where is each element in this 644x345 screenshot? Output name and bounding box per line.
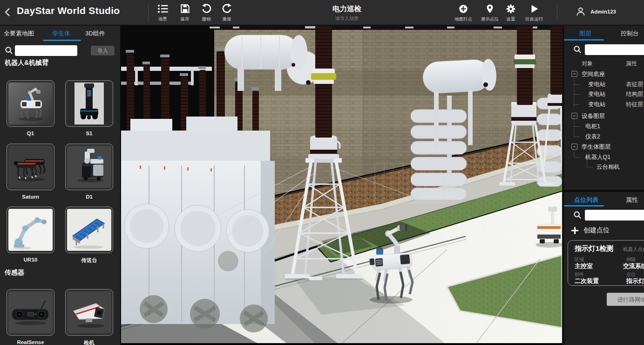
tab-layers[interactable]: 图层 (579, 29, 591, 38)
tool-label: 撤销 (195, 16, 217, 22)
asset-name: S1 (65, 131, 113, 136)
search-icon (573, 211, 582, 219)
scene-button[interactable]: 场景 (151, 1, 174, 24)
tree-group-twin-layer[interactable]: 孪生体图层 (582, 143, 611, 151)
tree-group-space-base[interactable]: 空间底座 (582, 70, 605, 78)
collapse-icon[interactable] (571, 71, 577, 77)
tree-item-substation[interactable]: 变电站 (588, 101, 606, 109)
project-info: 电力巡检 请导入场景 (284, 0, 410, 25)
map-mark-button[interactable]: 地图打点 (450, 1, 476, 24)
tree-connector (574, 137, 579, 137)
asset-name: RealSense (7, 339, 54, 345)
tree-connector (574, 84, 579, 85)
gear-icon (506, 4, 516, 14)
tool-label: 保存 (174, 16, 196, 22)
tree-item-substation[interactable]: 变电站 (588, 81, 606, 89)
tree-item-attr: 特征层 (626, 101, 644, 109)
tree-connector (574, 104, 579, 105)
asset-thumbnail (65, 80, 113, 127)
project-title: 电力巡检 (284, 4, 410, 14)
asset-thumbnail (7, 207, 54, 253)
collapse-icon[interactable] (571, 144, 577, 150)
section-title-sensors: 传感器 (5, 269, 24, 277)
undo-button[interactable]: 撤销 (195, 1, 217, 24)
app-title: DayStar World Studio (17, 5, 120, 16)
viewport-3d[interactable] (121, 26, 562, 345)
point-card[interactable]: 指示灯1检测 机器人点位 区域 主控室 间隔 交流系统 部件 二次装置 点位 指… (568, 240, 644, 286)
undo-icon (201, 3, 212, 14)
tree-group-device-layer[interactable]: 设备图层 (582, 112, 605, 120)
asset-name: UR10 (7, 257, 54, 262)
run-simulation-button[interactable]: 仿真运行 (521, 1, 547, 24)
asset-card-ur10[interactable]: UR10 (7, 207, 54, 262)
tree-item-meter2[interactable]: 仪表2 (585, 133, 600, 141)
tree-connector (574, 94, 579, 95)
field-value-bay: 交流系统 (623, 262, 644, 270)
tree-item-cabinet1[interactable]: 电柜1 (585, 123, 600, 131)
asset-card-gun-camera[interactable]: 枪机 (65, 289, 113, 345)
plus-icon[interactable] (571, 227, 578, 234)
tab-point-list[interactable]: 点位列表 (574, 196, 598, 204)
asset-thumbnail (7, 289, 54, 336)
tree-connector (574, 126, 579, 127)
asset-thumbnail (7, 80, 54, 127)
import-button[interactable]: 导入 (91, 46, 115, 55)
user-account[interactable]: Admin123 (576, 6, 641, 20)
tree-connector (574, 78, 574, 107)
tool-label: 重做 (216, 16, 238, 22)
save-button[interactable]: 保存 (174, 1, 196, 24)
tree-item-ptz-camera[interactable]: 云台相机 (597, 163, 620, 171)
asset-thumbnail (7, 144, 54, 190)
point-card-type: 机器人点位 (623, 246, 644, 253)
tab-full-map[interactable]: 全要素地图 (4, 29, 34, 38)
tab-3d-components[interactable]: 3D组件 (85, 29, 105, 38)
settings-button[interactable]: 设置 (498, 1, 524, 24)
asset-card-realsense[interactable]: RealSense (7, 289, 54, 345)
column-header-attribute: 属性 (626, 60, 637, 68)
layer-search-input[interactable] (585, 44, 644, 55)
tree-item-attr: 结构层 (626, 90, 644, 98)
tree-item-robot-q1[interactable]: 机器人Q1 (585, 153, 610, 161)
asset-name: Saturn (7, 194, 54, 200)
asset-thumbnail (65, 144, 113, 190)
redo-icon (222, 3, 232, 14)
substation-scene (121, 26, 562, 345)
search-icon (5, 46, 13, 55)
play-icon (529, 4, 539, 14)
divider (557, 3, 557, 22)
action-label: 地图打点 (450, 16, 476, 22)
divider (148, 3, 149, 22)
tree-connector (574, 119, 574, 137)
asset-search-input[interactable] (15, 45, 77, 56)
asset-card-d1[interactable]: D1 (65, 144, 113, 200)
asset-panel: 全要素地图 孪生体 3D组件 导入 机器人&机械臂 Q1 (0, 26, 121, 345)
inspector-panel: 图层 控制台 对象 属性 空间底座 变电站 表征层 变电站 结构层 变电站 特征… (563, 26, 644, 345)
field-value-area: 主控室 (575, 262, 593, 270)
active-tab-underline (564, 205, 604, 207)
tool-label: 场景 (151, 16, 174, 22)
redo-button[interactable]: 重做 (216, 1, 238, 24)
tab-digital-twin[interactable]: 孪生体 (52, 29, 70, 38)
asset-card-saturn[interactable]: Saturn (7, 144, 54, 200)
tree-connector (574, 157, 579, 158)
back-icon[interactable] (4, 7, 11, 17)
action-label: 仿真运行 (521, 16, 547, 22)
map-mark-icon (458, 4, 468, 14)
asset-card-s1[interactable]: S1 (65, 80, 113, 136)
search-icon (573, 45, 582, 54)
asset-card-q1[interactable]: Q1 (7, 80, 54, 136)
road-network-edit-button[interactable]: 进行路网编辑 (607, 293, 644, 306)
point-search-input[interactable] (585, 210, 644, 221)
collapse-icon[interactable] (571, 113, 577, 119)
field-value-part: 二次装置 (575, 277, 599, 285)
tree-item-substation[interactable]: 变电站 (588, 90, 606, 98)
asset-thumbnail (65, 207, 113, 253)
tab-console[interactable]: 控制台 (621, 29, 639, 38)
column-header-object: 对象 (582, 60, 593, 68)
top-bar: DayStar World Studio 场景 保存 撤销 重做 (0, 0, 644, 26)
active-tab-underline (564, 39, 604, 41)
tab-properties[interactable]: 属性 (626, 196, 638, 204)
create-point-button[interactable]: 创建点位 (583, 226, 610, 235)
asset-card-conveyor[interactable]: 传送台 (65, 207, 113, 264)
section-title-robots: 机器人&机械臂 (5, 59, 48, 67)
